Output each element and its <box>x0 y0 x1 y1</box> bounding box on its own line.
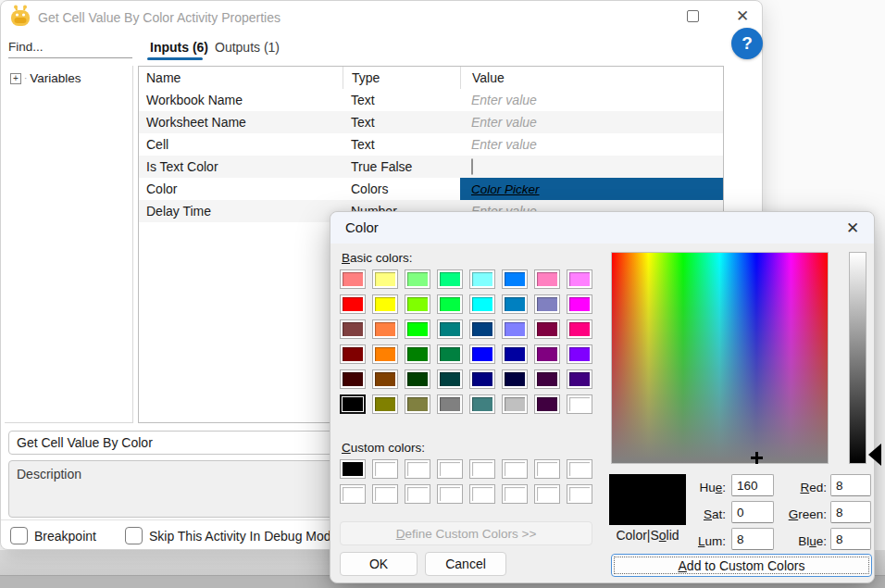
basic-color-swatch[interactable] <box>469 294 495 314</box>
tree-item-variables[interactable]: + · Variables <box>5 66 132 85</box>
define-custom-colors-button[interactable]: Define Custom Colors >> <box>340 521 592 545</box>
color-dialog: Color ✕ Basic colors: Custom colors: Def… <box>330 211 875 583</box>
basic-color-swatch[interactable] <box>372 394 398 414</box>
basic-color-swatch[interactable] <box>534 269 560 289</box>
custom-color-swatch[interactable] <box>437 459 463 479</box>
basic-color-swatch[interactable] <box>567 344 592 364</box>
basic-color-swatch[interactable] <box>372 319 398 339</box>
basic-color-swatch[interactable] <box>502 344 528 364</box>
help-button[interactable]: ? <box>731 28 763 59</box>
basic-color-swatch[interactable] <box>469 269 495 289</box>
custom-color-swatch[interactable] <box>567 484 592 504</box>
tree-expander-icon[interactable]: + <box>10 73 21 84</box>
basic-color-swatch[interactable] <box>534 319 560 339</box>
custom-color-swatch[interactable] <box>502 459 528 479</box>
basic-color-swatch[interactable] <box>567 294 592 314</box>
custom-color-swatch[interactable] <box>567 459 592 479</box>
basic-color-swatch[interactable] <box>567 269 592 289</box>
custom-color-swatch[interactable] <box>469 459 495 479</box>
basic-color-swatch[interactable] <box>469 344 495 364</box>
basic-color-swatch[interactable] <box>534 394 560 414</box>
luminance-bar[interactable] <box>849 252 866 464</box>
basic-color-swatch[interactable] <box>502 294 528 314</box>
custom-color-swatch[interactable] <box>469 484 495 504</box>
custom-color-swatch[interactable] <box>340 484 366 504</box>
basic-color-swatch[interactable] <box>372 294 398 314</box>
custom-color-swatch[interactable] <box>534 484 560 504</box>
row-value-input[interactable]: Enter value <box>460 115 723 130</box>
skip-debug-label: Skip This Activity In Debug Mode <box>149 529 338 544</box>
basic-color-swatch[interactable] <box>405 344 430 364</box>
luminance-arrow-handle[interactable] <box>868 444 881 466</box>
tab-inputs[interactable]: Inputs (6) <box>150 40 208 55</box>
add-to-custom-colors-button[interactable]: Add to Custom Colors <box>611 554 872 577</box>
red-input[interactable] <box>830 474 871 496</box>
custom-color-swatch[interactable] <box>502 484 528 504</box>
basic-color-swatch[interactable] <box>567 319 592 339</box>
basic-color-swatch[interactable] <box>469 319 495 339</box>
tab-outputs[interactable]: Outputs (1) <box>215 40 280 55</box>
row-name: Color <box>139 181 343 196</box>
basic-color-swatch[interactable] <box>534 344 560 364</box>
basic-color-swatch[interactable] <box>340 269 366 289</box>
basic-color-swatch[interactable] <box>502 269 528 289</box>
basic-color-swatch[interactable] <box>372 369 398 389</box>
basic-color-swatch[interactable] <box>567 369 592 389</box>
close-button[interactable]: ✕ <box>727 3 758 29</box>
basic-color-swatch[interactable] <box>502 369 528 389</box>
basic-color-swatch[interactable] <box>534 369 560 389</box>
basic-color-swatch[interactable] <box>502 319 528 339</box>
custom-color-swatch[interactable] <box>405 459 430 479</box>
find-input[interactable] <box>8 36 132 58</box>
cancel-button[interactable]: Cancel <box>425 552 506 576</box>
basic-color-swatch[interactable] <box>469 369 495 389</box>
basic-color-swatch[interactable] <box>405 394 430 414</box>
sat-label: Sat: <box>659 507 726 521</box>
breakpoint-checkbox[interactable] <box>10 527 28 544</box>
ok-button[interactable]: OK <box>340 552 418 576</box>
basic-color-swatch[interactable] <box>405 319 430 339</box>
is-text-color-checkbox[interactable] <box>471 158 473 175</box>
basic-color-swatch[interactable] <box>405 369 430 389</box>
color-dialog-close-button[interactable]: ✕ <box>839 216 866 240</box>
basic-color-swatch[interactable] <box>340 319 366 339</box>
maximize-button[interactable] <box>677 3 708 29</box>
basic-color-swatch[interactable] <box>405 294 430 314</box>
basic-color-swatch[interactable] <box>437 319 463 339</box>
basic-color-swatch[interactable] <box>502 394 528 414</box>
custom-color-swatch[interactable] <box>437 484 463 504</box>
basic-color-swatch[interactable] <box>567 394 592 414</box>
basic-color-swatch[interactable] <box>372 344 398 364</box>
table-row: Worksheet Name Text Enter value <box>139 111 723 133</box>
basic-color-swatch[interactable] <box>340 344 366 364</box>
basic-color-swatch[interactable] <box>340 394 366 414</box>
gradient-crosshair-marker[interactable] <box>751 452 763 464</box>
basic-color-swatch[interactable] <box>437 344 463 364</box>
basic-color-swatch[interactable] <box>469 394 495 414</box>
row-value-input[interactable]: Enter value <box>460 137 723 152</box>
custom-color-swatch[interactable] <box>372 484 398 504</box>
basic-color-swatch[interactable] <box>372 269 398 289</box>
row-name: Workbook Name <box>139 93 343 107</box>
green-input[interactable] <box>830 501 871 523</box>
skip-debug-checkbox[interactable] <box>125 527 143 544</box>
basic-color-swatch[interactable] <box>340 294 366 314</box>
custom-color-swatch[interactable] <box>534 459 560 479</box>
basic-color-swatch[interactable] <box>437 269 463 289</box>
breakpoint-label: Breakpoint <box>34 529 96 544</box>
color-picker-link[interactable]: Color Picker <box>471 182 540 196</box>
tree-connector: · <box>24 73 27 83</box>
tree-item-label: Variables <box>30 71 81 85</box>
basic-color-swatch[interactable] <box>405 269 430 289</box>
custom-color-swatch[interactable] <box>405 484 430 504</box>
basic-color-swatch[interactable] <box>437 294 463 314</box>
basic-color-swatch[interactable] <box>340 369 366 389</box>
row-value-input[interactable]: Enter value <box>460 93 723 107</box>
custom-color-swatch[interactable] <box>372 459 398 479</box>
basic-color-swatch[interactable] <box>534 294 560 314</box>
basic-color-swatch[interactable] <box>437 369 463 389</box>
custom-color-swatch[interactable] <box>340 459 366 479</box>
blue-input[interactable] <box>830 528 871 550</box>
basic-color-swatch[interactable] <box>437 394 463 414</box>
hue-saturation-gradient[interactable] <box>611 252 829 464</box>
